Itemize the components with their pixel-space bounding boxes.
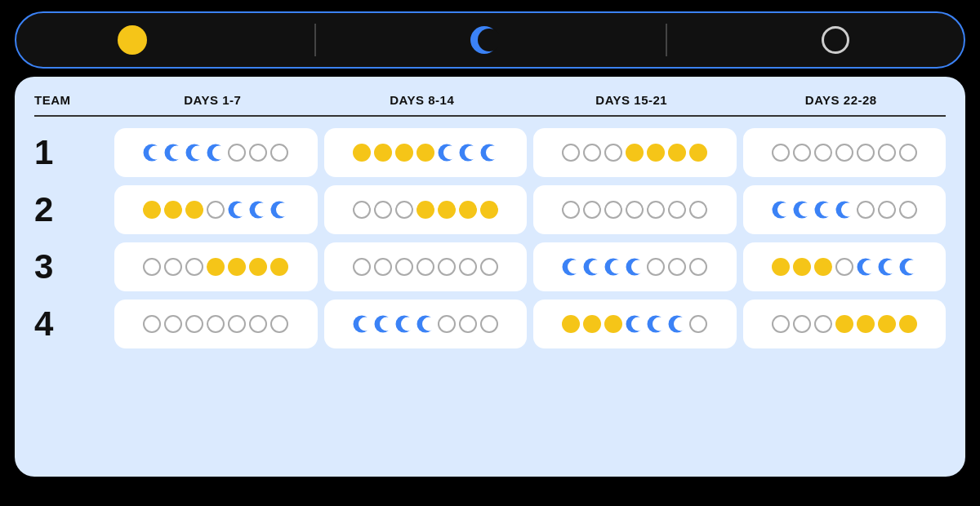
day-cell (324, 300, 528, 348)
day-cell (533, 128, 737, 177)
table-row: 2 (34, 185, 946, 234)
table-row: 3 (34, 242, 946, 291)
table-row: 4 (34, 300, 946, 348)
schedule-table: TEAM DAYS 1-7 DAYS 8-14 DAYS 15-21 DAYS … (15, 77, 965, 477)
out-of-office-icon (822, 26, 849, 54)
day-legend (118, 25, 160, 55)
day-cell (324, 185, 528, 234)
day-cell (743, 242, 947, 291)
day-cell (743, 185, 947, 234)
divider-2 (666, 24, 667, 56)
night-legend (470, 25, 512, 55)
col-days-22-28: DAYS 22-28 (737, 93, 947, 107)
day-cell (533, 300, 737, 348)
team-number: 2 (34, 193, 108, 227)
table-row: 1 (34, 128, 946, 177)
day-cell (743, 300, 947, 348)
col-days-1-7: DAYS 1-7 (108, 93, 318, 107)
legend-bar (15, 11, 965, 69)
sun-icon (118, 25, 147, 55)
day-cell (743, 128, 947, 177)
day-cell (114, 242, 318, 291)
divider-1 (314, 24, 316, 56)
moon-icon (470, 25, 499, 55)
day-cell (114, 185, 318, 234)
team-number: 4 (34, 307, 108, 341)
day-cell (114, 300, 318, 348)
col-team: TEAM (34, 93, 108, 107)
day-cell (533, 242, 737, 291)
table-body: 1234 (34, 128, 946, 348)
team-number: 3 (34, 250, 108, 284)
day-cell (533, 185, 737, 234)
col-days-15-21: DAYS 15-21 (527, 93, 737, 107)
table-header: TEAM DAYS 1-7 DAYS 8-14 DAYS 15-21 DAYS … (34, 93, 946, 117)
day-cell (114, 128, 318, 177)
team-number: 1 (34, 135, 108, 170)
day-cell (324, 242, 528, 291)
col-days-8-14: DAYS 8-14 (318, 93, 528, 107)
out-legend (822, 26, 862, 54)
day-cell (324, 128, 528, 177)
